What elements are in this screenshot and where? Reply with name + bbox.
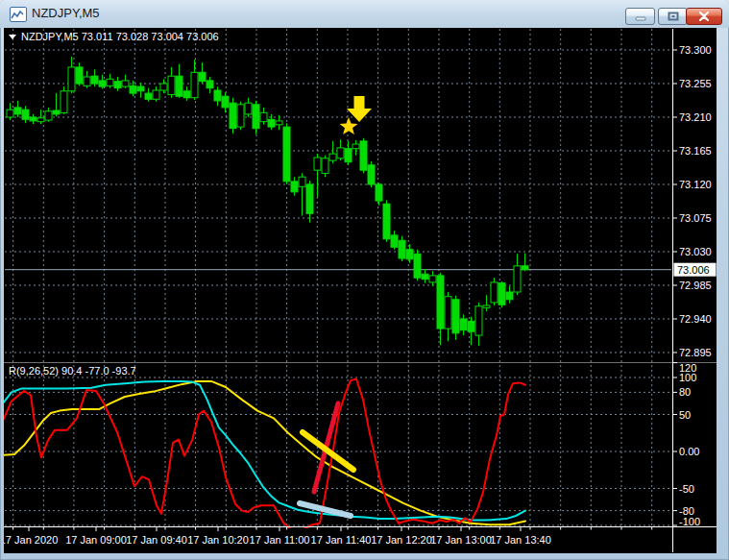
bull-candle: [191, 72, 198, 97]
bear-candle: [291, 182, 298, 192]
indicator-axis-label: -80: [679, 505, 694, 517]
bull-candle: [322, 158, 328, 174]
bear-candle: [137, 86, 144, 91]
bear-candle: [183, 91, 190, 98]
close-button[interactable]: [686, 8, 722, 25]
bear-candle: [368, 165, 375, 184]
indicator-axis-label: 100: [679, 372, 696, 383]
bull-candle: [429, 276, 436, 282]
price-label: 73.210: [679, 111, 712, 123]
close-icon: [698, 12, 710, 21]
chart-canvas[interactable]: 73.30073.25573.21073.16573.12073.07573.0…: [4, 28, 717, 553]
bull-candle: [37, 118, 44, 122]
title-bar[interactable]: NZDJPY,M5: [0, 0, 729, 28]
bear-candle: [130, 85, 136, 93]
bull-candle: [475, 306, 482, 335]
bear-candle: [399, 240, 405, 258]
bear-candle: [406, 250, 413, 259]
bear-candle: [99, 81, 106, 86]
bear-candle: [214, 90, 221, 101]
indicator-axis-label: 50: [679, 409, 691, 421]
bull-candle: [168, 76, 175, 94]
bear-candle: [306, 184, 313, 213]
bull-candle: [7, 110, 13, 117]
price-label: 73.120: [679, 179, 712, 190]
bear-candle: [452, 300, 459, 333]
indicator-axis-label: -50: [679, 483, 694, 495]
chart-window: NZDJPY,M5 73.30073.25573.21073.16573.120…: [0, 0, 729, 560]
bull-candle: [245, 103, 252, 114]
bear-candle: [76, 67, 83, 84]
price-label: 73.300: [679, 44, 712, 56]
price-label: 73.075: [679, 212, 712, 224]
bear-candle: [283, 127, 290, 182]
bull-candle: [260, 112, 267, 121]
bear-candle: [383, 204, 390, 239]
bear-candle: [145, 93, 152, 99]
bull-candle: [107, 79, 113, 85]
bull-candle: [276, 121, 282, 125]
time-label: 17 Jan 09:40: [126, 534, 187, 546]
bull-candle: [314, 158, 321, 170]
bull-candle: [61, 91, 67, 113]
time-label: 17 Jan 09:00: [65, 534, 127, 546]
bear-candle: [414, 254, 421, 278]
bull-candle: [445, 297, 451, 329]
bear-candle: [253, 105, 259, 129]
chart-icon: [10, 7, 27, 22]
price-label: 72.895: [679, 347, 712, 358]
bull-candle: [483, 305, 490, 307]
price-label: 73.030: [679, 246, 712, 257]
time-label: 17 Jan 11:40: [311, 534, 372, 546]
bear-candle: [345, 149, 352, 162]
bear-candle: [53, 110, 60, 114]
bear-candle: [14, 108, 21, 114]
time-label: 17 Jan 13:00: [430, 534, 492, 546]
bear-candle: [222, 96, 229, 108]
minimize-icon: [635, 12, 646, 21]
bull-candle: [68, 67, 75, 91]
bear-candle: [376, 184, 382, 201]
bear-candle: [506, 292, 513, 300]
bear-candle: [268, 119, 275, 127]
bear-candle: [360, 141, 367, 170]
bear-candle: [207, 81, 213, 88]
time-label: 17 Jan 2020: [4, 534, 58, 546]
bear-candle: [437, 276, 444, 329]
indicator-axis-label: 80: [679, 386, 691, 398]
bull-candle: [160, 84, 167, 90]
price-label: 73.255: [679, 78, 712, 89]
restore-button[interactable]: [658, 8, 688, 25]
bull-candle: [491, 282, 498, 303]
bear-candle: [230, 103, 236, 128]
price-label: 73.165: [679, 145, 712, 157]
time-label: 17 Jan 11:00: [250, 534, 310, 546]
bear-candle: [199, 72, 206, 81]
bull-candle: [122, 81, 129, 86]
bear-candle: [176, 76, 182, 96]
ohlc-header: NZDJPY,M5 73.011 73.028 73.004 73.006: [21, 31, 219, 42]
window-title: NZDJPY,M5: [32, 6, 100, 20]
bear-candle: [391, 235, 398, 247]
bull-candle: [329, 154, 336, 160]
bear-candle: [522, 266, 528, 270]
indicator-label: R(9,26,52) 90.4 -77.0 -93.7: [9, 365, 136, 377]
restore-icon: [668, 12, 679, 21]
bear-candle: [460, 319, 467, 330]
bull-candle: [237, 105, 244, 127]
price-label: 72.985: [679, 280, 712, 291]
chart-frame: 73.30073.25573.21073.16573.12073.07573.0…: [4, 28, 717, 553]
time-label: 17 Jan 13:40: [490, 534, 551, 546]
time-label: 17 Jan 12:20: [371, 534, 432, 546]
indicator-axis-label: -100: [679, 516, 700, 527]
indicator-header: R(9,26,52) 90.4 -77.0 -93.7: [9, 365, 136, 377]
bear-candle: [22, 110, 29, 119]
bull-candle: [84, 77, 90, 85]
bull-candle: [352, 144, 359, 149]
bull-candle: [299, 177, 305, 186]
minimize-button[interactable]: [625, 8, 655, 25]
main-header: NZDJPY,M5 73.011 73.028 73.004 73.006: [9, 31, 219, 42]
indicator-axis-label: 0.00: [679, 446, 699, 457]
bear-candle: [30, 117, 36, 121]
bear-candle: [468, 321, 474, 331]
